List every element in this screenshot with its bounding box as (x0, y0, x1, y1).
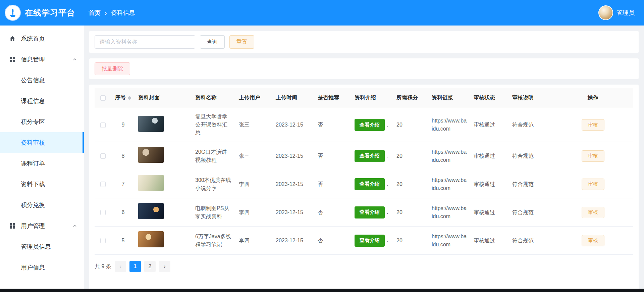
toolbar-card: 批量删除 (89, 58, 639, 79)
sidebar-item-admin-info[interactable]: 管理员信息 (0, 236, 84, 257)
table-row: 7 300本优质在线小说分享 李四 2023-12-15 否 查看介绍. 20 … (95, 170, 633, 198)
pagination-page-1[interactable]: 1 (129, 261, 141, 272)
cell-remark: 符合规范 (509, 170, 552, 198)
sidebar-item-material-review[interactable]: 资料审核 (0, 132, 84, 153)
sidebar-item-label: 课程订单 (21, 159, 45, 167)
cell-no: 6 (111, 198, 135, 227)
cell-status: 审核通过 (470, 227, 509, 255)
top-header: 在线学习平台 首页 › 资料信息 管理员 (0, 0, 644, 26)
search-card: 查询 重置 (89, 31, 639, 53)
column-header-intro: 资料介绍 (351, 88, 393, 108)
cell-recommended: 否 (314, 142, 351, 170)
cover-image[interactable] (138, 116, 164, 132)
intro-ellipsis: . (387, 122, 388, 128)
view-intro-button[interactable]: 查看介绍 (355, 119, 385, 131)
cell-intro: 查看介绍. (351, 108, 393, 142)
sidebar-item-points-exchange[interactable]: 积分兑换 (0, 195, 84, 215)
sidebar-group-info-management[interactable]: 信息管理 (0, 49, 84, 70)
cell-remark: 符合规范 (509, 227, 552, 255)
sidebar-item-course-info[interactable]: 课程信息 (0, 91, 84, 111)
grid-icon (9, 56, 16, 62)
review-button[interactable]: 审核 (582, 179, 604, 190)
cell-no: 7 (111, 170, 135, 198)
view-intro-button[interactable]: 查看介绍 (355, 178, 385, 190)
user-name: 管理员 (616, 9, 635, 17)
row-checkbox[interactable] (100, 123, 106, 128)
search-input[interactable] (95, 35, 195, 49)
cell-status: 审核通过 (470, 142, 509, 170)
cell-name: 复旦大学哲学公开课资料汇总 (192, 108, 235, 142)
sidebar-item-material-download[interactable]: 资料下载 (0, 174, 84, 195)
review-button[interactable]: 审核 (582, 150, 604, 162)
table-row: 6 电脑制图PS从零实战资料 李四 2023-12-15 否 查看介绍. 20 … (95, 198, 633, 227)
row-checkbox[interactable] (100, 210, 106, 215)
user-menu[interactable]: 管理员 (598, 5, 644, 20)
column-header-name: 资料名称 (192, 88, 235, 108)
review-table: 序号 资料封面 资料名称 上传用户 上传时间 是否推荐 资料介绍 所需积分 资料… (95, 88, 633, 255)
review-button[interactable]: 审核 (582, 119, 604, 131)
column-header-link: 资料链接 (428, 88, 470, 108)
cell-remark: 符合规范 (509, 198, 552, 227)
cell-remark: 符合规范 (509, 108, 552, 142)
column-header-recommended: 是否推荐 (314, 88, 351, 108)
batch-delete-button[interactable]: 批量删除 (95, 62, 130, 75)
breadcrumb-home[interactable]: 首页 (89, 9, 101, 17)
user-avatar[interactable] (598, 5, 613, 20)
pagination: 共 9 条 ‹ 1 2 › (95, 261, 633, 272)
row-checkbox[interactable] (100, 238, 106, 243)
row-checkbox[interactable] (100, 182, 106, 187)
table-card: 序号 资料封面 资料名称 上传用户 上传时间 是否推荐 资料介绍 所需积分 资料… (89, 85, 639, 292)
column-header-cover: 资料封面 (135, 88, 192, 108)
cell-name: 电脑制图PS从零实战资料 (192, 198, 235, 227)
cell-uploader: 张三 (235, 108, 272, 142)
sidebar-item-points-zone[interactable]: 积分专区 (0, 111, 84, 132)
sidebar-item-label: 用户信息 (21, 263, 45, 272)
cover-image[interactable] (138, 203, 164, 219)
sidebar-item-label: 资料下载 (21, 180, 45, 188)
cell-status: 审核通过 (470, 170, 509, 198)
breadcrumb-current: 资料信息 (111, 9, 135, 17)
sidebar-item-label: 公告信息 (21, 76, 45, 84)
column-header-points: 所需积分 (393, 88, 428, 108)
review-button[interactable]: 审核 (582, 235, 604, 246)
row-checkbox[interactable] (100, 153, 106, 159)
select-all-checkbox[interactable] (100, 95, 106, 101)
cell-link: https://www.baidu.com (428, 227, 470, 255)
sidebar-group-user-management[interactable]: 用户管理 (0, 215, 84, 236)
view-intro-button[interactable]: 查看介绍 (355, 206, 385, 218)
sidebar-item-user-info[interactable]: 用户信息 (0, 257, 84, 278)
cell-link: https://www.baidu.com (428, 108, 470, 142)
review-button[interactable]: 审核 (582, 207, 604, 218)
cover-image[interactable] (138, 147, 164, 163)
sidebar-group-label: 信息管理 (21, 55, 45, 63)
cell-link: https://www.baidu.com (428, 142, 470, 170)
sidebar-group-label: 用户管理 (21, 222, 45, 230)
sort-carets-icon[interactable] (128, 96, 131, 100)
cell-uploader: 李四 (235, 198, 272, 227)
sidebar-item-announcement-info[interactable]: 公告信息 (0, 70, 84, 91)
cover-image[interactable] (138, 175, 164, 191)
column-header-no: 序号 (115, 95, 126, 100)
cover-image[interactable] (138, 231, 164, 247)
column-header-upload-time: 上传时间 (272, 88, 314, 108)
table-row: 9 复旦大学哲学公开课资料汇总 张三 2023-12-15 否 查看介绍. 20… (95, 108, 633, 142)
view-intro-button[interactable]: 查看介绍 (355, 150, 385, 162)
intro-ellipsis: . (387, 181, 388, 187)
cell-intro: 查看介绍. (351, 198, 393, 227)
reset-button[interactable]: 重置 (229, 35, 254, 49)
cell-link: https://www.baidu.com (428, 170, 470, 198)
breadcrumb: 首页 › 资料信息 (89, 9, 135, 17)
cell-points: 20 (393, 108, 428, 142)
cell-points: 20 (393, 198, 428, 227)
intro-ellipsis: . (387, 153, 388, 158)
cell-uploader: 李四 (235, 227, 272, 255)
pagination-prev-button[interactable]: ‹ (115, 261, 126, 272)
sidebar-item-course-orders[interactable]: 课程订单 (0, 153, 84, 174)
pagination-next-button[interactable]: › (159, 261, 170, 272)
cell-intro: 查看介绍. (351, 170, 393, 198)
sidebar: 系统首页 信息管理 公告信息 课程信息 积分专区 (0, 26, 84, 292)
sidebar-item-home[interactable]: 系统首页 (0, 28, 84, 49)
query-button[interactable]: 查询 (200, 35, 225, 49)
pagination-page-2[interactable]: 2 (144, 261, 156, 272)
view-intro-button[interactable]: 查看介绍 (355, 235, 385, 247)
